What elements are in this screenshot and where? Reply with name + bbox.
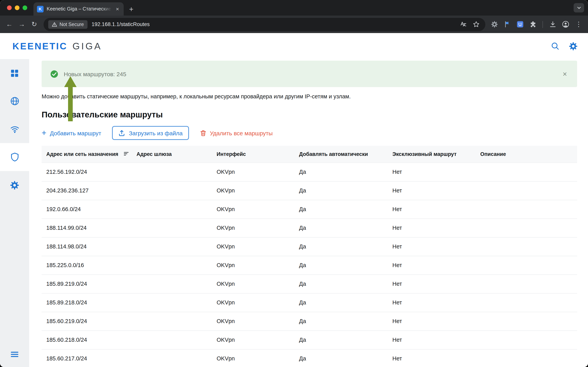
route-description xyxy=(476,275,577,293)
route-address: 188.114.99.0/24 xyxy=(42,218,132,237)
delete-all-routes-button[interactable]: Удалить все маршруты xyxy=(200,130,273,136)
sidebar xyxy=(0,59,29,367)
column-header-description: Описание xyxy=(476,146,577,163)
table-row[interactable]: 185.89.218.0/24 OKVpn Да Нет xyxy=(42,293,577,312)
route-description xyxy=(476,256,577,275)
route-description xyxy=(476,349,577,367)
site-security-chip[interactable]: Not Secure xyxy=(48,20,87,29)
download-icon xyxy=(549,21,556,28)
route-auto-add: Да xyxy=(294,293,388,312)
sidebar-menu-toggle[interactable] xyxy=(0,341,29,367)
bookmark-star-icon[interactable] xyxy=(472,21,480,28)
route-address: 185.89.219.0/24 xyxy=(42,275,132,293)
table-row[interactable]: 192.0.66.0/24 OKVpn Да Нет xyxy=(42,200,577,218)
trash-icon xyxy=(200,130,206,136)
table-row[interactable]: 185.60.218.0/24 OKVpn Да Нет xyxy=(42,330,577,349)
table-row[interactable]: 185.225.0.0/16 OKVpn Да Нет xyxy=(42,256,577,275)
route-auto-add: Да xyxy=(294,349,388,367)
route-address: 192.0.66.0/24 xyxy=(42,200,132,218)
sort-icon[interactable] xyxy=(123,151,129,157)
window-minimize-button[interactable] xyxy=(15,5,19,10)
route-address: 185.60.217.0/24 xyxy=(42,349,132,367)
tab-search-button[interactable] xyxy=(574,3,584,12)
sidebar-item-management[interactable] xyxy=(0,171,29,199)
route-gateway xyxy=(132,163,212,181)
table-row[interactable]: 185.60.217.0/24 OKVpn Да Нет xyxy=(42,349,577,367)
address-bar[interactable]: Not Secure 192.168.1.1/staticRoutes xyxy=(43,18,485,31)
table-row[interactable]: 204.236.236.127 OKVpn Да Нет xyxy=(42,181,577,200)
route-exclusive: Нет xyxy=(388,256,476,275)
route-interface: OKVpn xyxy=(212,181,294,200)
route-exclusive: Нет xyxy=(388,293,476,312)
back-button[interactable]: ← xyxy=(3,18,16,31)
route-gateway xyxy=(132,312,212,330)
column-header-label: Адрес или сеть назначения xyxy=(46,151,118,157)
table-row[interactable]: 188.114.99.0/24 OKVpn Да Нет xyxy=(42,218,577,237)
gear-icon xyxy=(491,21,498,28)
routes-table-body: 212.56.192.0/24 OKVpn Да Нет 204.236.236… xyxy=(42,163,577,367)
route-auto-add: Да xyxy=(294,200,388,218)
table-row[interactable]: 188.114.98.0/24 OKVpn Да Нет xyxy=(42,237,577,256)
security-label: Not Secure xyxy=(59,22,84,27)
sidebar-item-dashboard[interactable] xyxy=(0,59,29,87)
sidebar-item-wifi[interactable] xyxy=(0,115,29,143)
upload-icon xyxy=(118,129,126,136)
route-interface: OKVpn xyxy=(212,218,294,237)
translate-icon[interactable] xyxy=(459,21,467,28)
route-address: 188.114.98.0/24 xyxy=(42,237,132,256)
table-row[interactable]: 185.89.219.0/24 OKVpn Да Нет xyxy=(42,275,577,293)
route-exclusive: Нет xyxy=(388,181,476,200)
extension-gear-icon[interactable] xyxy=(488,18,500,30)
table-row[interactable]: 212.56.192.0/24 OKVpn Да Нет xyxy=(42,163,577,181)
route-exclusive: Нет xyxy=(388,218,476,237)
table-row[interactable]: 185.60.219.0/24 OKVpn Да Нет xyxy=(42,312,577,330)
browser-toolbar: ← → ↻ Not Secure 192.168.1.1/staticRoute… xyxy=(0,16,588,33)
new-tab-button[interactable]: + xyxy=(129,5,133,13)
reload-button[interactable]: ↻ xyxy=(28,18,41,31)
window-maximize-button[interactable] xyxy=(23,5,27,10)
add-route-button[interactable]: + Добавить маршрут xyxy=(42,129,101,137)
route-gateway xyxy=(132,237,212,256)
profile-button[interactable] xyxy=(560,18,571,30)
puzzle-icon xyxy=(529,21,537,28)
url-text: 192.168.1.1/staticRoutes xyxy=(92,21,459,27)
route-gateway xyxy=(132,256,212,275)
route-interface: OKVpn xyxy=(212,293,294,312)
route-interface: OKVpn xyxy=(212,237,294,256)
keenetic-logo: KEENETIC GIGA xyxy=(12,41,102,51)
settings-button[interactable] xyxy=(569,42,578,51)
window-close-button[interactable] xyxy=(7,5,12,10)
content-area: Новых маршрутов: 245 × Можно добавить ст… xyxy=(29,59,588,367)
banner-close-button[interactable]: × xyxy=(561,69,569,79)
route-auto-add: Да xyxy=(294,330,388,349)
downloads-button[interactable] xyxy=(547,18,558,30)
sidebar-item-internet[interactable] xyxy=(0,87,29,115)
sidebar-item-security[interactable] xyxy=(0,143,29,171)
browser-tab-active[interactable]: K Keenetic Giga – Статические × xyxy=(34,2,124,16)
forward-button[interactable]: → xyxy=(16,18,28,31)
route-interface: OKVpn xyxy=(212,312,294,330)
route-auto-add: Да xyxy=(294,181,388,200)
warning-icon xyxy=(52,22,57,27)
route-description xyxy=(476,293,577,312)
route-address: 185.89.218.0/24 xyxy=(42,293,132,312)
page-title: Пользовательские маршруты xyxy=(42,110,577,119)
route-address: 204.236.236.127 xyxy=(42,181,132,200)
extensions-menu-button[interactable] xyxy=(527,18,539,30)
column-header-gateway: Адрес шлюза xyxy=(132,146,212,163)
route-interface: OKVpn xyxy=(212,330,294,349)
tab-close-icon[interactable]: × xyxy=(115,5,120,12)
route-exclusive: Нет xyxy=(388,237,476,256)
search-button[interactable] xyxy=(551,42,560,50)
route-interface: OKVpn xyxy=(212,349,294,367)
tab-title: Keenetic Giga – Статические xyxy=(47,6,112,12)
extension-keyboard-icon[interactable] xyxy=(514,18,526,30)
route-gateway xyxy=(132,349,212,367)
route-exclusive: Нет xyxy=(388,200,476,218)
gear-icon xyxy=(10,180,19,190)
browser-menu-button[interactable]: ⋮ xyxy=(572,18,585,31)
column-header-destination[interactable]: Адрес или сеть назначения xyxy=(42,146,132,163)
upload-from-file-button[interactable]: Загрузить из файла xyxy=(112,126,189,140)
main-area: Новых маршрутов: 245 × Можно добавить ст… xyxy=(0,59,588,367)
extension-flag-icon[interactable] xyxy=(501,18,513,30)
